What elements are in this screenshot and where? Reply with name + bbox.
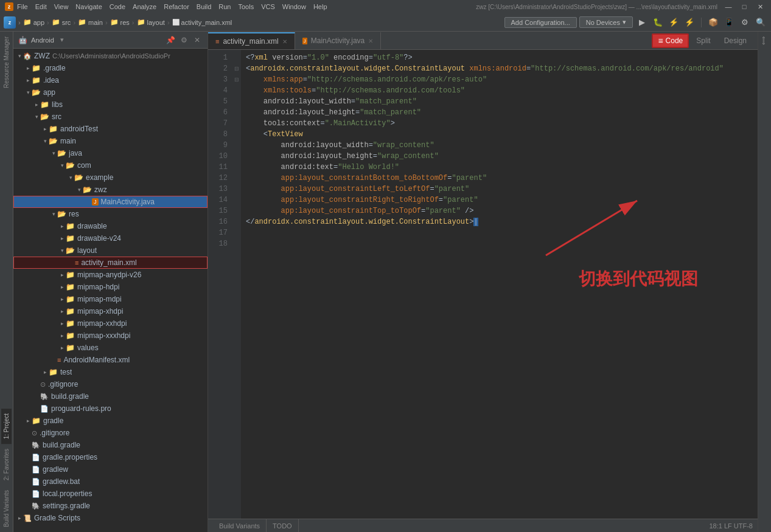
tree-item[interactable]: 📁 mipmap-xhdpi xyxy=(13,305,208,317)
tree-item[interactable]: 📂 com xyxy=(13,159,208,171)
right-tab[interactable]: ⟺ xyxy=(758,32,769,50)
tree-item[interactable]: ⊙ .gitignore xyxy=(13,427,208,439)
expand-arrow[interactable] xyxy=(24,418,32,424)
tree-item[interactable]: 📁 gradle xyxy=(13,415,208,427)
debug-button[interactable]: 🐛 xyxy=(651,16,665,29)
tree-item[interactable]: 📁 mipmap-mdpi xyxy=(13,293,208,305)
tree-item[interactable]: 📁 mipmap-xxhdpi xyxy=(13,317,208,330)
expand-arrow[interactable] xyxy=(67,174,74,181)
expand-arrow[interactable] xyxy=(58,247,66,254)
code-view-button[interactable]: ≡ Code xyxy=(652,33,689,48)
resource-manager-tab[interactable]: Resource Manager xyxy=(1,32,12,93)
tree-item[interactable]: 🐘 build.gradle xyxy=(13,439,208,451)
maximize-button[interactable]: □ xyxy=(738,2,750,11)
tree-item[interactable]: 📂 layout xyxy=(13,244,208,257)
tree-item[interactable]: 📁 mipmap-xxxhdpi xyxy=(13,330,208,342)
pin-button[interactable]: 📌 xyxy=(165,35,176,46)
tree-item[interactable]: 📂 src xyxy=(13,111,208,123)
menu-vcs[interactable]: VCS xyxy=(261,3,275,10)
expand-arrow[interactable] xyxy=(24,65,32,71)
build-variants-bottom-tab[interactable]: Build Variants xyxy=(213,519,267,533)
expand-arrow[interactable] xyxy=(58,320,66,326)
tree-item[interactable]: 📁 drawable xyxy=(13,220,208,232)
menu-tools[interactable]: Tools xyxy=(238,3,254,10)
no-devices-button[interactable]: No Devices ▾ xyxy=(579,16,633,28)
breadcrumb-src[interactable]: 📁 src xyxy=(52,18,71,26)
close-button[interactable]: ✕ xyxy=(754,2,766,11)
avd-manager-button[interactable]: 📱 xyxy=(722,16,736,29)
split-view-button[interactable]: Split xyxy=(690,35,716,46)
apply-changes-button[interactable]: ⚡ xyxy=(683,16,696,29)
settings-button[interactable]: ⚙ xyxy=(738,16,752,29)
expand-arrow[interactable] xyxy=(50,211,57,217)
favorites-tab[interactable]: 2: Favorites xyxy=(1,444,12,485)
close-panel-button[interactable]: ✕ xyxy=(192,35,203,46)
expand-arrow[interactable] xyxy=(58,272,66,278)
menu-run[interactable]: Run xyxy=(218,3,231,10)
tree-item[interactable]: 📂 java xyxy=(13,147,208,159)
profile-button[interactable]: ⚡ xyxy=(667,16,680,29)
settings-icon[interactable]: ⚙ xyxy=(178,35,189,46)
expand-arrow[interactable] xyxy=(58,235,66,241)
expand-arrow[interactable] xyxy=(58,284,66,290)
build-variants-tab[interactable]: Build Variants xyxy=(1,485,12,532)
code-content[interactable]: <?xml version="1.0" encoding="utf-8"?> <… xyxy=(241,50,758,519)
tree-item[interactable]: 📁 values xyxy=(13,342,208,354)
panel-dropdown-icon[interactable]: ▾ xyxy=(60,36,64,44)
minimize-button[interactable]: — xyxy=(722,2,734,11)
run-button[interactable]: ▶ xyxy=(635,16,649,29)
breadcrumb-main[interactable]: 📁 main xyxy=(78,18,103,26)
tree-item[interactable]: 📁 drawable-v24 xyxy=(13,232,208,244)
menu-analyze[interactable]: Analyze xyxy=(133,3,156,10)
breadcrumb-app[interactable]: 📁 app xyxy=(23,18,44,26)
tree-item[interactable]: 📁 .gradle xyxy=(13,62,208,74)
expand-arrow[interactable] xyxy=(58,223,66,229)
expand-arrow[interactable] xyxy=(58,333,66,339)
tree-item[interactable]: 📄 gradlew xyxy=(13,463,208,475)
expand-arrow[interactable] xyxy=(33,114,40,120)
expand-arrow[interactable] xyxy=(16,515,23,521)
tree-item[interactable]: 📄 proguard-rules.pro xyxy=(13,402,208,415)
tree-item[interactable]: ⊙ .gitignore xyxy=(13,378,208,390)
todo-bottom-tab[interactable]: TODO xyxy=(267,519,299,533)
expand-arrow[interactable] xyxy=(58,296,66,302)
sdk-manager-button[interactable]: 📦 xyxy=(706,16,720,29)
expand-arrow[interactable] xyxy=(16,53,23,59)
tree-item[interactable]: 📄 gradlew.bat xyxy=(13,475,208,488)
tree-item[interactable]: 🏠 ZWZ C:\Users\Administrator\AndroidStud… xyxy=(13,50,208,62)
menu-edit[interactable]: Edit xyxy=(35,3,47,10)
menu-refactor[interactable]: Refactor xyxy=(164,3,189,10)
expand-arrow[interactable] xyxy=(24,77,32,83)
expand-arrow[interactable] xyxy=(41,369,49,375)
expand-arrow[interactable] xyxy=(58,162,66,168)
expand-arrow[interactable] xyxy=(58,345,66,351)
expand-arrow[interactable] xyxy=(24,89,32,95)
tree-item-mainactivity[interactable]: J MainActivity.java xyxy=(13,196,208,208)
tree-item[interactable]: 📄 local.properties xyxy=(13,488,208,500)
tree-item[interactable]: 📄 gradle.properties xyxy=(13,451,208,463)
expand-arrow[interactable] xyxy=(41,138,49,144)
menu-file[interactable]: File xyxy=(17,3,28,10)
menu-navigate[interactable]: Navigate xyxy=(75,3,102,10)
tree-item-gradle-scripts[interactable]: 📜 Gradle Scripts xyxy=(13,512,208,524)
add-configuration-button[interactable]: Add Configuration... xyxy=(504,17,577,28)
menu-build[interactable]: Build xyxy=(197,3,211,10)
tab-mainactivity-java[interactable]: J MainActivity.java ✕ xyxy=(295,32,381,49)
menu-help[interactable]: Help xyxy=(313,3,327,10)
tree-item[interactable]: 📁 mipmap-hdpi xyxy=(13,281,208,293)
expand-arrow[interactable] xyxy=(50,150,57,156)
tree-item[interactable]: 📁 mipmap-anydpi-v26 xyxy=(13,269,208,281)
tab-activity-main-xml[interactable]: ≡ activity_main.xml ✕ xyxy=(208,32,295,49)
tree-item[interactable]: 📂 example xyxy=(13,171,208,184)
expand-arrow[interactable] xyxy=(41,126,49,132)
tab-close-button[interactable]: ✕ xyxy=(368,38,373,44)
project-tab[interactable]: 1: Project xyxy=(1,409,12,444)
expand-arrow[interactable] xyxy=(75,187,83,193)
tree-item[interactable]: 📁 libs xyxy=(13,98,208,111)
search-button[interactable]: 🔍 xyxy=(754,16,767,29)
tree-item[interactable]: 🐘 build.gradle xyxy=(13,390,208,402)
tree-item[interactable]: 🐘 settings.gradle xyxy=(13,500,208,512)
tab-close-button[interactable]: ✕ xyxy=(282,38,287,45)
tree-item[interactable]: ≡ AndroidManifest.xml xyxy=(13,354,208,366)
menu-code[interactable]: Code xyxy=(110,3,125,10)
